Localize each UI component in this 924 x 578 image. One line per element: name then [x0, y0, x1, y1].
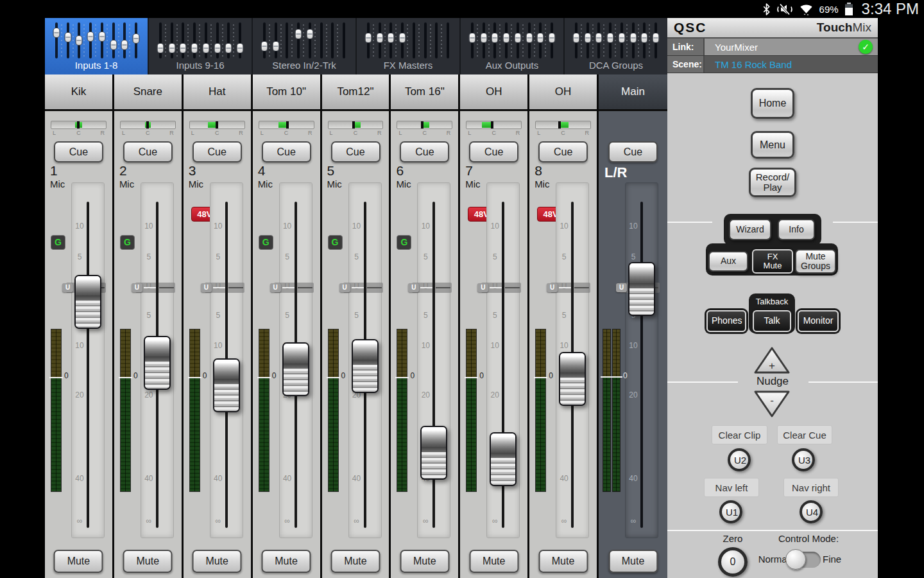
tab-label: DCA Groups — [565, 60, 667, 71]
cue-button[interactable]: Cue — [262, 141, 311, 162]
channel-select-button[interactable]: Tom12" — [322, 74, 389, 111]
fader-slot — [87, 202, 89, 528]
pan-slider[interactable]: L C R — [51, 121, 107, 140]
user-button-u4[interactable]: U4 — [800, 500, 823, 523]
user-button-u1[interactable]: U1 — [719, 500, 742, 523]
channel-select-button[interactable]: Snare — [114, 74, 182, 111]
tab-stereo-in-2-trk[interactable]: Stereo In/2-Trk — [253, 18, 355, 74]
fader-knob[interactable] — [213, 358, 240, 412]
tab-dca-groups[interactable]: DCA Groups — [565, 18, 667, 74]
mute-button[interactable]: Mute — [469, 550, 518, 573]
record-play-button[interactable]: Record/ Play — [749, 168, 796, 197]
mute-button[interactable]: Mute — [608, 550, 658, 573]
user-button-u2[interactable]: U2 — [728, 448, 751, 471]
nudge-up-button[interactable]: + — [753, 346, 791, 375]
tab-inputs-9-16[interactable]: Inputs 9-16 — [149, 18, 252, 74]
channel-source: Mic — [50, 179, 65, 189]
pan-label-center: C — [354, 130, 358, 136]
tab-fx-masters[interactable]: FX Masters — [357, 18, 459, 74]
cue-button[interactable]: Cue — [331, 141, 381, 162]
toggle-knob[interactable] — [785, 549, 806, 570]
info-button[interactable]: Info — [778, 219, 815, 240]
mute-button[interactable]: Mute — [400, 550, 449, 573]
fader-knob[interactable] — [352, 339, 379, 393]
channel-name: Hat — [209, 85, 225, 98]
channel-select-button[interactable]: OH — [529, 74, 597, 111]
fader-scale-label: ∞ — [350, 516, 363, 525]
channel-source: Mic — [119, 179, 134, 189]
fader-knob[interactable] — [74, 275, 101, 329]
user-button-u3[interactable]: U3 — [792, 448, 815, 471]
mute-button[interactable]: Mute — [262, 550, 311, 573]
channel-select-button[interactable]: Hat — [184, 74, 251, 111]
fx-mute-button[interactable]: FX Mute — [752, 249, 793, 274]
mute-button[interactable]: Mute — [54, 550, 103, 573]
channel-select-button[interactable]: Tom 10" — [253, 74, 320, 111]
cue-button[interactable]: Cue — [193, 141, 242, 162]
cue-button[interactable]: Cue — [400, 141, 449, 162]
control-mode-toggle[interactable] — [790, 552, 821, 568]
tab-aux-outputs[interactable]: Aux Outputs — [461, 18, 563, 74]
mute-button[interactable]: Mute — [538, 550, 588, 573]
pan-slider[interactable]: L C R — [120, 121, 176, 140]
mute-groups-button[interactable]: Mute Groups — [795, 249, 836, 274]
unity-tab: U — [408, 283, 419, 292]
vibrate-icon — [776, 3, 793, 15]
channel-select-button[interactable]: Main — [599, 74, 667, 111]
mute-button[interactable]: Mute — [193, 550, 242, 573]
fader-knob[interactable] — [144, 336, 171, 390]
channel-number: 7 — [465, 163, 473, 179]
divider — [667, 530, 878, 531]
cue-button[interactable]: Cue — [608, 141, 658, 162]
channel-select-button[interactable]: Tom 16" — [391, 74, 458, 111]
talk-button[interactable]: Talk — [753, 310, 791, 332]
meter-amber-zone — [190, 329, 200, 378]
mute-button[interactable]: Mute — [123, 550, 173, 573]
pan-slider[interactable]: L C R — [397, 121, 452, 140]
mini-faders-icon — [261, 22, 348, 58]
wizard-button[interactable]: Wizard — [729, 219, 771, 240]
clear-clip-button[interactable]: Clear Clip — [712, 425, 767, 444]
nudge-down-button[interactable]: - — [753, 389, 791, 419]
cue-button[interactable]: Cue — [538, 141, 588, 162]
pan-slider[interactable]: L C R — [328, 121, 384, 140]
cue-button[interactable]: Cue — [54, 141, 103, 162]
gain-badge: G — [259, 235, 273, 250]
fader-knob[interactable] — [490, 432, 517, 486]
pan-slider[interactable]: L C R — [259, 121, 314, 140]
scene-row[interactable]: Scene: TM 16 Rock Band — [667, 56, 878, 73]
phones-button[interactable]: Phones — [706, 310, 746, 332]
channel-select-button[interactable]: Kik — [45, 74, 112, 111]
pan-slider[interactable]: L C R — [466, 121, 522, 140]
home-button[interactable]: Home — [751, 88, 794, 119]
meter-zero-label: 0 — [133, 371, 138, 380]
fader-knob[interactable] — [559, 352, 586, 406]
nav-right-button[interactable]: Nav right — [783, 478, 839, 497]
fader-knob[interactable] — [628, 262, 655, 316]
zero-button[interactable]: 0 — [718, 547, 748, 577]
tab-inputs-1-8[interactable]: Inputs 1-8 — [45, 18, 148, 74]
channel-select-button[interactable]: OH — [460, 74, 527, 111]
unity-marker: U — [135, 283, 175, 293]
fader-knob[interactable] — [420, 426, 447, 480]
cue-button[interactable]: Cue — [123, 141, 173, 162]
pan-slider[interactable]: L C R — [535, 121, 591, 140]
menu-button[interactable]: Menu — [751, 131, 794, 159]
fader-scale-label: 5 — [627, 252, 640, 261]
meter-green-zone — [51, 378, 61, 491]
monitor-button[interactable]: Monitor — [798, 310, 839, 332]
pan-label-center: C — [76, 130, 81, 136]
clear-cue-button[interactable]: Clear Cue — [777, 425, 832, 444]
nav-left-button[interactable]: Nav left — [704, 478, 759, 497]
meter-green-zone — [536, 378, 545, 491]
mute-button[interactable]: Mute — [330, 550, 380, 573]
unity-marker: U — [343, 283, 383, 293]
unity-tab: U — [132, 283, 142, 292]
tab-label: Inputs 9-16 — [149, 60, 252, 71]
aux-button[interactable]: Aux — [708, 251, 748, 272]
cue-button[interactable]: Cue — [469, 141, 518, 162]
fader-scale-label: 10 — [488, 222, 501, 231]
pan-slider[interactable]: L C R — [189, 121, 245, 140]
meter-zero-line — [188, 377, 201, 378]
fader-knob[interactable] — [282, 342, 309, 396]
